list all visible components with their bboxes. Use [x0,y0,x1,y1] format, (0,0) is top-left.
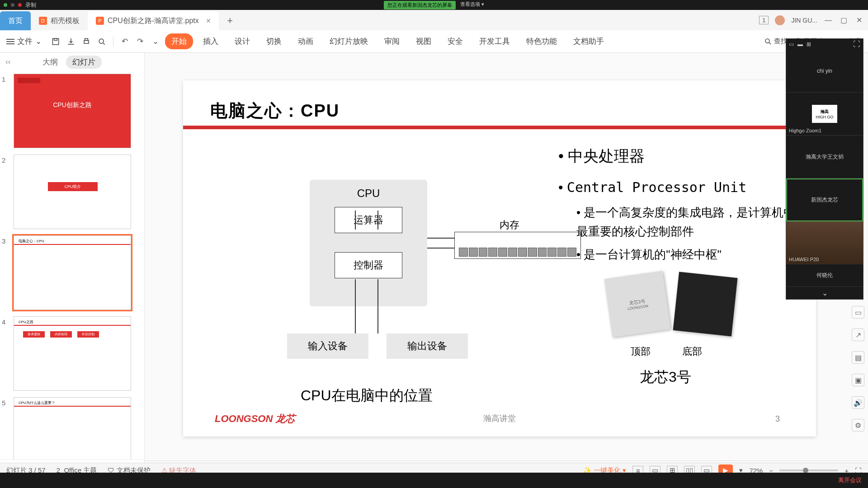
search-button[interactable]: 查找 [764,37,788,46]
ribbon-tab-transition[interactable]: 切换 [260,33,288,49]
template-tab-label: 稻壳模板 [51,16,80,26]
participant-1[interactable]: chi yin [786,50,863,93]
chip-title: 龙芯3号 [640,367,691,387]
tool-audio-icon[interactable]: 🔊 [852,396,864,409]
participant-5[interactable]: HUAWEI P20 [786,221,863,264]
svg-point-5 [765,39,769,43]
slides-tab[interactable]: 幻灯片 [66,56,102,69]
ribbon-tab-developer[interactable]: 开发工具 [473,33,516,49]
home-tab[interactable]: 首页 [0,11,31,30]
user-name: JIN GU... [791,17,817,24]
canvas-area: 电脑之心：CPU CPU 运算器 控制器 内存 [145,53,868,478]
save-icon[interactable] [50,36,61,47]
ribbon-tab-security[interactable]: 安全 [441,33,469,49]
svg-rect-3 [85,38,88,40]
ribbon-tab-slideshow[interactable]: 幻灯片放映 [323,33,374,49]
chip-label-bottom: 底部 [682,345,702,358]
right-sidebar-tools: ▭ ↗ ▤ ▣ 🔊 ⚙ [852,306,864,432]
ribbon-tab-animation[interactable]: 动画 [292,33,320,49]
participants-more-icon[interactable]: ⌄ [786,287,863,299]
record-dot-icon [18,3,22,7]
export-icon[interactable] [65,36,77,47]
template-tab[interactable]: D 稻壳模板 [31,11,88,30]
status-dot-icon [4,3,7,7]
minimize-icon[interactable]: — [824,16,833,25]
gallery-large-icon[interactable]: ⊞ [807,41,811,47]
zoom-participants-panel[interactable]: ▭ ▬ ⊞ ⛶ chi yin 瀚高HIGH GO Highgo Zoom1 瀚… [786,38,863,300]
chip-top-image: 龙芯3号LOONGSON [604,271,671,338]
gallery-small-icon[interactable]: ▬ [797,41,803,47]
ribbon-toolbar: 文件 ⌄ ↶ ↷ ⌄ 开始 插入 设计 切换 动画 幻灯片放映 审阅 视图 安全… [0,30,868,53]
tool-share-icon[interactable]: ↗ [852,328,864,341]
outline-tab[interactable]: 大纲 [42,57,58,67]
svg-rect-2 [84,40,89,43]
redo-icon[interactable]: ↷ [134,36,146,47]
tool-settings-icon[interactable]: ⚙ [852,419,864,432]
participant-2[interactable]: 瀚高HIGH GO Highgo Zoom1 [786,93,863,136]
ribbon-tab-view[interactable]: 视图 [410,33,438,49]
thumbnail-list[interactable]: 1 CPU创新之路 2 CPU简介 3 电脑之心：CPU 4 [0,71,144,460]
slide-thumb-3[interactable]: 电脑之心：CPU [14,235,131,310]
ribbon-tab-insert[interactable]: 插入 [197,33,225,49]
speaker-view-icon[interactable]: ▭ [789,41,794,47]
bullet-2: Central Processor Unit [558,179,807,195]
slide-canvas[interactable]: 电脑之心：CPU CPU 运算器 控制器 内存 [183,80,816,436]
chip-images: 龙芯3号LOONGSON [608,275,735,333]
expand-panel-icon[interactable]: ⛶ [853,40,860,48]
view-options-dropdown[interactable]: 查看选项 ▾ [460,1,484,9]
bullet-1: 中央处理器 [558,146,807,167]
slide-thumb-1[interactable]: CPU创新之路 [14,74,131,148]
sharing-message: 您正在观看新国杰龙芯的屏幕 [384,1,456,9]
more-qat-icon[interactable]: ⌄ [150,36,161,47]
participant-6[interactable]: 何晓伦 [786,264,863,287]
participant-3[interactable]: 瀚高大学王文韬 [786,136,863,178]
maximize-icon[interactable]: ▢ [839,16,848,25]
ribbon-tab-design[interactable]: 设计 [228,33,256,49]
cpu-diagram: CPU 运算器 控制器 内存 [242,157,567,370]
lock-dot-icon [11,3,14,7]
page-number: 3 [775,414,780,424]
slide-thumb-4[interactable]: CPU之路 算术逻辑内存协同外设控制 [14,316,131,391]
tool-image-icon[interactable]: ▣ [852,374,864,386]
diagram-caption: CPU在电脑中的位置 [301,386,433,406]
close-window-icon[interactable]: ✕ [854,16,863,25]
file-tab[interactable]: P CPU创新之路-瀚高讲堂.pptx × [88,11,219,30]
template-icon: D [39,17,47,25]
ribbon-tab-start[interactable]: 开始 [165,33,193,49]
chevron-down-icon: ⌄ [35,37,42,46]
bullet-list: 中央处理器 Central Processor Unit 是一个高复杂度的集成电… [558,146,807,269]
zoom-slider[interactable] [779,469,838,471]
footer-center: 瀚高讲堂 [483,413,516,424]
svg-rect-1 [54,38,57,40]
ribbon-tab-review[interactable]: 审阅 [378,33,406,49]
participant-4[interactable]: 新国杰龙芯 [786,178,863,221]
preview-icon[interactable] [96,36,108,47]
document-tab-bar: 首页 D 稻壳模板 P CPU创新之路-瀚高讲堂.pptx × + 1 JIN … [0,10,868,30]
slide-thumb-5[interactable]: CPU为什么这么重要？ [14,397,131,460]
leave-meeting-button[interactable]: 离开会议 [838,476,862,484]
ribbon-tab-features[interactable]: 特色功能 [520,33,563,49]
slide-thumb-2[interactable]: CPU简介 [14,155,131,229]
ppt-icon: P [96,17,104,25]
work-area: ‹‹ 大纲 幻灯片 1 CPU创新之路 2 CPU简介 3 [0,53,868,478]
chip-bottom-image [673,272,738,337]
wps-window: 首页 D 稻壳模板 P CPU创新之路-瀚高讲堂.pptx × + 1 JIN … [0,10,868,478]
tool-note-icon[interactable]: ▤ [852,351,864,364]
print-icon[interactable] [80,36,92,47]
close-tab-icon[interactable]: × [206,16,211,26]
hamburger-icon [6,39,14,44]
zoom-control-dock: 解除静音 ⌃ 启动视频 +邀请 参会者 410 共享屏幕 聊天 4 录制 表情 … [0,473,868,488]
slide-panel: ‹‹ 大纲 幻灯片 1 CPU创新之路 2 CPU简介 3 [0,53,145,478]
notification-badge[interactable]: 1 [759,16,769,24]
new-tab-button[interactable]: + [219,11,241,30]
collapse-panel-icon[interactable]: ‹‹ [5,57,10,66]
sub-bullet-1: 是一个高复杂度的集成电路，是计算机中最重要的核心控制部件 [576,203,807,241]
file-tab-label: CPU创新之路-瀚高讲堂.pptx [108,16,199,26]
tool-template-icon[interactable]: ▭ [852,306,864,319]
undo-icon[interactable]: ↶ [119,36,131,47]
file-menu[interactable]: 文件 ⌄ [6,36,42,47]
ribbon-tab-assistant[interactable]: 文档助手 [567,33,610,49]
user-avatar[interactable] [775,15,785,25]
file-menu-label: 文件 [17,36,33,47]
ctrl-box: 控制器 [335,252,402,278]
